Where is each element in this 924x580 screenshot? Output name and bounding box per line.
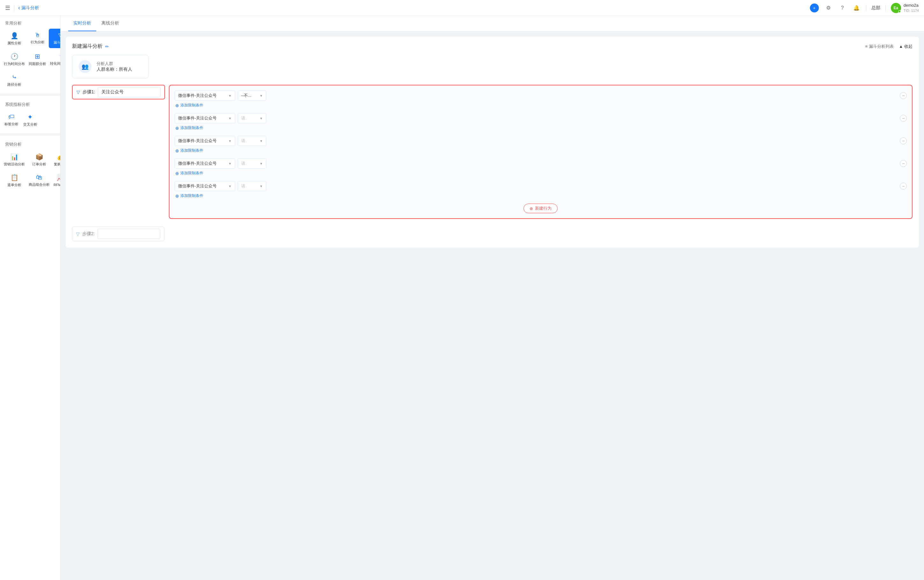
condition-selector-3[interactable]: 请. ▼ — [238, 136, 266, 146]
sidebar-section-common: 常用分析 — [0, 16, 60, 29]
rfm-icon: 📈 — [57, 174, 61, 181]
event-selector-text-2: 微信事件-关注公众号 — [178, 115, 217, 121]
remove-btn-2[interactable]: − — [900, 115, 907, 122]
order-icon: 📦 — [35, 153, 43, 161]
sidebar-item-marketing-activity[interactable]: 📊 营销活动分析 — [3, 150, 26, 169]
remove-btn-1[interactable]: − — [900, 92, 907, 99]
sidebar-grid-marketing: 📊 营销活动分析 📦 订单分析 💰 复购分析 📋 退单分析 🛍 商品组合分析 📈 — [0, 150, 60, 193]
condition-placeholder-3: 请. — [241, 138, 247, 144]
condition-selector-2[interactable]: 请. ▼ — [238, 113, 266, 124]
step1-row: ▽ 步骤1: 微信事件-关注公众号 ▼ — [72, 85, 912, 219]
event-selector-4[interactable]: 微信事件-关注公众号 ▼ — [174, 158, 235, 168]
step1-number: 步骤1: — [82, 89, 95, 95]
notification-icon[interactable]: 🔔 — [852, 3, 861, 12]
remove-btn-3[interactable]: − — [900, 137, 907, 144]
step2-number: 步骤2: — [82, 231, 95, 237]
avatar[interactable]: Ea — [891, 3, 901, 13]
add-condition-4[interactable]: ⊕ 添加限制条件 — [175, 170, 907, 176]
repurchase-icon: 💰 — [57, 153, 61, 161]
remove-icon-1: − — [902, 93, 904, 98]
sidebar-item-convert[interactable]: ↑ 转化间隔分析 — [49, 49, 61, 69]
event-selector-5[interactable]: 微信事件-关注公众号 ▼ — [174, 181, 235, 191]
sidebar-item-repurchase[interactable]: 💰 复购分析 — [52, 150, 61, 169]
steps-area: ▽ 步骤1: 微信事件-关注公众号 ▼ — [72, 85, 912, 241]
step2-row: ▽ 步骤2: — [72, 227, 912, 241]
user-name: demo2a — [904, 3, 919, 8]
event-controls-4: 微信事件-关注公众号 ▼ 请. ▼ − — [174, 158, 907, 168]
add-condition-3[interactable]: ⊕ 添加限制条件 — [175, 148, 907, 153]
add-condition-1[interactable]: ⊕ 添加限制条件 — [175, 103, 907, 108]
add-button[interactable]: + — [810, 3, 819, 12]
audience-icon: 👥 — [79, 60, 92, 73]
sidebar-item-product-combo[interactable]: 🛍 商品组合分析 — [27, 170, 51, 190]
user-section: Ea demo2a TID: 1174 — [891, 3, 919, 13]
step2-input[interactable] — [97, 229, 160, 239]
add-condition-2[interactable]: ⊕ 添加限制条件 — [175, 125, 907, 131]
step1-input[interactable] — [98, 87, 161, 97]
sidebar-item-tag[interactable]: 🏷 标签分析 — [3, 110, 20, 129]
sidebar-item-rfm[interactable]: 📈 RFM分析 — [52, 170, 61, 190]
edit-icon[interactable]: ✏ — [105, 44, 109, 49]
new-behavior-button[interactable]: ⊕ 新建行为 — [523, 204, 557, 213]
funnel-list-label: 漏斗分析列表 — [869, 44, 894, 49]
add-condition-label-2: 添加限制条件 — [180, 125, 203, 131]
condition-selector-5[interactable]: 请. ▼ — [238, 181, 266, 191]
behavior-icon: 🖱 — [35, 32, 41, 39]
cohort-icon: ⊞ — [35, 53, 40, 60]
sidebar-label-repurchase: 复购分析 — [54, 162, 61, 166]
tab-offline[interactable]: 离线分析 — [96, 16, 124, 31]
sidebar-label-tag: 标签分析 — [5, 122, 18, 127]
menu-icon[interactable]: ☰ — [5, 5, 10, 12]
funnel-list-button[interactable]: ≡ 漏斗分析列表 — [865, 44, 894, 49]
remove-icon-4: − — [902, 161, 904, 166]
event-row-5: 微信事件-关注公众号 ▼ 请. ▼ − — [174, 181, 907, 199]
header-right: + ⚙ ? 🔔 总部 Ea demo2a TID: 1174 — [810, 3, 919, 13]
event-controls-3: 微信事件-关注公众号 ▼ 请. ▼ − — [174, 136, 907, 146]
sidebar-grid-common: 👤 属性分析 🖱 行为分析 ▽ 漏斗分析 🕐 行为时间分布 ⊞ 同期群分析 ↑ — [0, 29, 60, 92]
sidebar-item-time-dist[interactable]: 🕐 行为时间分布 — [3, 49, 26, 69]
path-icon: ⤷ — [12, 73, 17, 81]
sidebar-item-cross[interactable]: ✦ 交叉分析 — [21, 110, 39, 129]
sidebar-item-return[interactable]: 📋 退单分析 — [3, 170, 26, 190]
sidebar-item-path[interactable]: ⤷ 路径分析 — [3, 70, 26, 89]
help-icon[interactable]: ? — [838, 3, 847, 12]
collapse-button[interactable]: ▲ 收起 — [899, 44, 912, 49]
tag-icon: 🏷 — [8, 113, 15, 120]
add-condition-label-1: 添加限制条件 — [180, 103, 203, 108]
event-selector-3[interactable]: 微信事件-关注公众号 ▼ — [174, 136, 235, 146]
back-button[interactable]: ‹ 漏斗分析 — [18, 5, 39, 11]
event-selector-text-1: 微信事件-关注公众号 — [178, 93, 217, 99]
settings-icon[interactable]: ⚙ — [824, 3, 833, 12]
remove-btn-5[interactable]: − — [900, 183, 907, 189]
new-behavior-label: 新建行为 — [535, 206, 552, 211]
sidebar-item-attribute[interactable]: 👤 属性分析 — [3, 29, 26, 48]
sidebar-label-time-dist: 行为时间分布 — [4, 61, 25, 66]
add-condition-icon-5: ⊕ — [175, 193, 179, 199]
add-condition-5[interactable]: ⊕ 添加限制条件 — [175, 193, 907, 199]
sidebar-section-marketing: 营销分析 — [0, 137, 60, 150]
remove-btn-4[interactable]: − — [900, 160, 907, 167]
event-selector-2[interactable]: 微信事件-关注公众号 ▼ — [174, 113, 235, 124]
condition-selector-4[interactable]: 请. ▼ — [238, 158, 266, 168]
sidebar-item-cohort[interactable]: ⊞ 同期群分析 — [27, 49, 48, 69]
tab-realtime[interactable]: 实时分析 — [68, 16, 96, 31]
sidebar-label-path: 路径分析 — [7, 82, 21, 87]
sidebar-item-behavior[interactable]: 🖱 行为分析 — [27, 29, 48, 48]
main-layout: 常用分析 👤 属性分析 🖱 行为分析 ▽ 漏斗分析 🕐 行为时间分布 ⊞ 同期群… — [0, 16, 924, 580]
avatar-initials: Ea — [893, 6, 898, 10]
event-selector-text-3: 微信事件-关注公众号 — [178, 138, 217, 144]
audience-label: 分析人群 — [97, 61, 132, 67]
marketing-activity-icon: 📊 — [10, 153, 18, 161]
remove-icon-3: − — [902, 138, 904, 143]
sidebar-item-funnel[interactable]: ▽ 漏斗分析 — [49, 29, 61, 48]
analysis-title-text: 新建漏斗分析 — [72, 43, 103, 50]
sidebar-label-rfm: RFM分析 — [54, 183, 61, 187]
event-row-1: 微信事件-关注公众号 ▼ --不... ▼ − — [174, 91, 907, 108]
condition-selector-1[interactable]: --不... ▼ — [238, 91, 266, 101]
online-indicator — [898, 10, 901, 13]
event-selector-1[interactable]: 微信事件-关注公众号 ▼ — [174, 91, 235, 101]
analysis-header: 新建漏斗分析 ✏ ≡ 漏斗分析列表 ▲ 收起 — [72, 43, 912, 50]
sidebar-item-order[interactable]: 📦 订单分析 — [27, 150, 51, 169]
step2-label-box: ▽ 步骤2: — [72, 227, 164, 241]
add-condition-label-4: 添加限制条件 — [180, 170, 203, 176]
